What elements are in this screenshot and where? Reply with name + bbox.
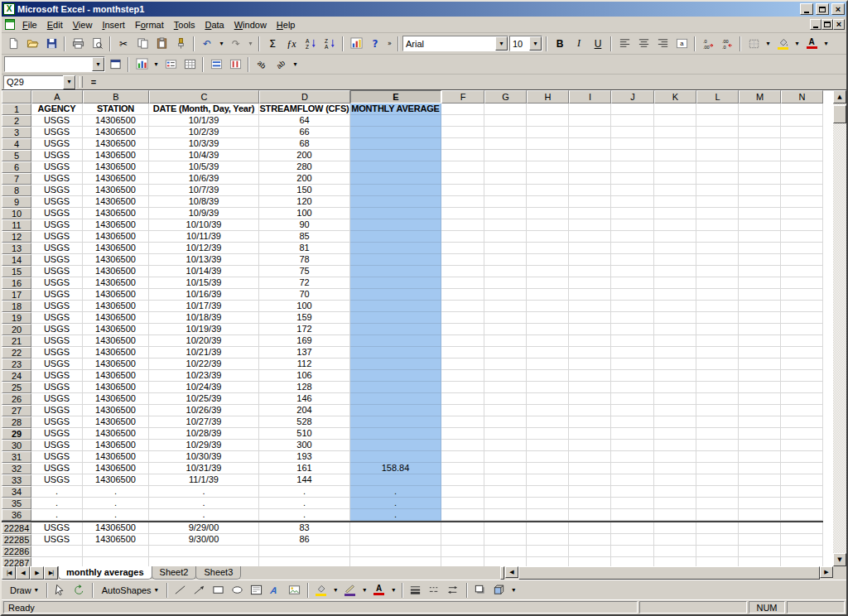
cell-B10[interactable]: 14306500 xyxy=(83,208,149,219)
cell-A32[interactable]: USGS xyxy=(31,463,83,474)
cell-I34[interactable] xyxy=(569,486,611,498)
cell-F1[interactable] xyxy=(441,103,484,115)
cell-D18[interactable]: 100 xyxy=(259,301,350,312)
cell-N16[interactable] xyxy=(781,277,823,289)
cell-L6[interactable] xyxy=(696,161,739,173)
cell-M20[interactable] xyxy=(739,324,781,335)
cell-C19[interactable]: 10/18/39 xyxy=(149,312,259,324)
cell-G31[interactable] xyxy=(484,451,527,463)
cell-H10[interactable] xyxy=(527,208,569,219)
cell-F16[interactable] xyxy=(441,277,484,289)
cell-L23[interactable] xyxy=(696,359,739,370)
cell-A9[interactable]: USGS xyxy=(31,196,83,208)
align-center-button[interactable] xyxy=(634,36,653,52)
cell-J18[interactable] xyxy=(611,301,654,312)
menu-data[interactable]: Data xyxy=(200,18,229,31)
cell-D10[interactable]: 100 xyxy=(259,208,350,219)
cell-B8[interactable]: 14306500 xyxy=(83,185,149,196)
cell-N35[interactable] xyxy=(781,498,823,509)
cell-G19[interactable] xyxy=(484,312,527,324)
cell-G1[interactable] xyxy=(484,103,527,115)
cell-H5[interactable] xyxy=(527,150,569,161)
menu-insert[interactable]: Insert xyxy=(97,18,130,31)
cell-C25[interactable]: 10/24/39 xyxy=(149,382,259,393)
cell-J3[interactable] xyxy=(611,127,654,138)
cell-J23[interactable] xyxy=(611,359,654,370)
cell-M22[interactable] xyxy=(739,347,781,359)
cell-N4[interactable] xyxy=(781,138,823,150)
cell-K4[interactable] xyxy=(654,138,696,150)
cell-M28[interactable] xyxy=(739,416,781,428)
cell-I4[interactable] xyxy=(569,138,611,150)
cell-L24[interactable] xyxy=(696,370,739,382)
cell-M10[interactable] xyxy=(739,208,781,219)
cell-G17[interactable] xyxy=(484,289,527,301)
cell-A17[interactable]: USGS xyxy=(31,289,83,301)
format-selection-button[interactable] xyxy=(106,56,124,73)
cell-F13[interactable] xyxy=(441,243,484,254)
row-header-31[interactable]: 31 xyxy=(2,451,31,463)
cell-L18[interactable] xyxy=(696,301,739,312)
menu-edit[interactable]: Edit xyxy=(42,18,68,31)
cell-D20[interactable]: 172 xyxy=(259,324,350,335)
cell-M23[interactable] xyxy=(739,359,781,370)
cell-D9[interactable]: 120 xyxy=(259,196,350,208)
row-header-13[interactable]: 13 xyxy=(2,243,31,254)
cell-E32[interactable]: 158.84 xyxy=(350,463,441,474)
cell-G22[interactable] xyxy=(484,347,527,359)
cell-M33[interactable] xyxy=(739,474,781,486)
close-button[interactable]: × xyxy=(831,3,845,15)
cell-D12[interactable]: 85 xyxy=(259,231,350,243)
row-header-30[interactable]: 30 xyxy=(2,440,31,451)
cell-F15[interactable] xyxy=(441,266,484,277)
cell-A15[interactable]: USGS xyxy=(31,266,83,277)
cell-J22287[interactable] xyxy=(611,557,654,566)
menu-file[interactable]: File xyxy=(17,18,42,31)
cell-F32[interactable] xyxy=(441,463,484,474)
fill-color-button[interactable] xyxy=(773,36,792,52)
column-header-E[interactable]: E xyxy=(350,90,441,103)
cell-L26[interactable] xyxy=(696,393,739,405)
cell-A7[interactable]: USGS xyxy=(31,173,83,185)
cell-A20[interactable]: USGS xyxy=(31,324,83,335)
cell-B12[interactable]: 14306500 xyxy=(83,231,149,243)
cell-D23[interactable]: 112 xyxy=(259,359,350,370)
cell-A2[interactable]: USGS xyxy=(31,115,83,127)
column-header-I[interactable]: I xyxy=(569,90,611,103)
cell-E29[interactable] xyxy=(350,428,441,440)
cell-B5[interactable]: 14306500 xyxy=(83,150,149,161)
cell-K22286[interactable] xyxy=(654,546,696,557)
cell-M6[interactable] xyxy=(739,161,781,173)
format-painter-button[interactable] xyxy=(171,36,190,52)
horizontal-scroll-thumb[interactable] xyxy=(518,566,820,580)
cell-N3[interactable] xyxy=(781,127,823,138)
redo-dropdown[interactable]: ▾ xyxy=(246,36,255,52)
cell-H6[interactable] xyxy=(527,161,569,173)
cell-B15[interactable]: 14306500 xyxy=(83,266,149,277)
cell-N11[interactable] xyxy=(781,219,823,231)
cell-C30[interactable]: 10/29/39 xyxy=(149,440,259,451)
cell-H11[interactable] xyxy=(527,219,569,231)
cell-K15[interactable] xyxy=(654,266,696,277)
cell-F14[interactable] xyxy=(441,254,484,266)
cell-M16[interactable] xyxy=(739,277,781,289)
cell-A11[interactable]: USGS xyxy=(31,219,83,231)
cell-G36[interactable] xyxy=(484,509,527,521)
cell-A8[interactable]: USGS xyxy=(31,185,83,196)
cell-M22284[interactable] xyxy=(739,522,781,534)
cell-K7[interactable] xyxy=(654,173,696,185)
cell-H1[interactable] xyxy=(527,103,569,115)
cell-N22285[interactable] xyxy=(781,534,823,546)
cell-E22286[interactable] xyxy=(350,546,441,557)
cell-C18[interactable]: 10/17/39 xyxy=(149,301,259,312)
cell-A16[interactable]: USGS xyxy=(31,277,83,289)
cell-N19[interactable] xyxy=(781,312,823,324)
cell-L1[interactable] xyxy=(696,103,739,115)
cell-B21[interactable]: 14306500 xyxy=(83,335,149,347)
cell-E9[interactable] xyxy=(350,196,441,208)
cell-M2[interactable] xyxy=(739,115,781,127)
cell-H2[interactable] xyxy=(527,115,569,127)
cell-G18[interactable] xyxy=(484,301,527,312)
cell-F24[interactable] xyxy=(441,370,484,382)
cell-B16[interactable]: 14306500 xyxy=(83,277,149,289)
